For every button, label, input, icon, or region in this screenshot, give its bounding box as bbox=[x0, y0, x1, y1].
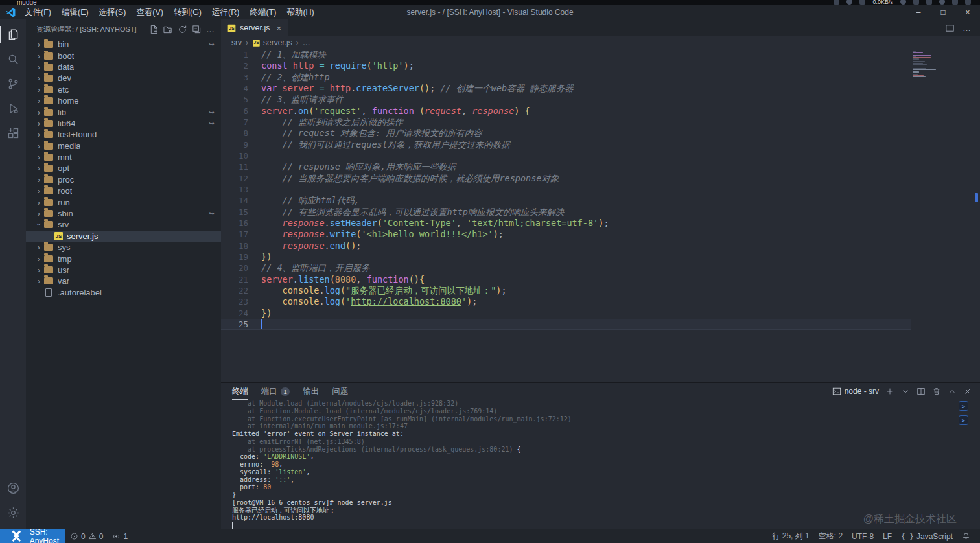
tree-item-folder[interactable]: srv bbox=[26, 219, 221, 230]
extensions-activity-button[interactable] bbox=[0, 121, 26, 145]
tree-item-file[interactable]: server.js bbox=[26, 231, 221, 242]
more-actions-icon[interactable] bbox=[962, 22, 971, 34]
code-line[interactable]: 25 bbox=[221, 319, 911, 330]
tab-close-icon[interactable]: × bbox=[277, 23, 282, 33]
minimize-button[interactable]: – bbox=[906, 5, 931, 19]
code-line[interactable]: 24}) bbox=[221, 308, 911, 319]
rerun-command-icon[interactable] bbox=[959, 415, 968, 425]
tree-item-folder[interactable]: etc bbox=[26, 84, 221, 95]
code-line[interactable]: 6server.on('request', function (request,… bbox=[221, 106, 911, 117]
code-line[interactable]: 4var server = http.createServer(); // 创建… bbox=[221, 83, 911, 94]
eol-sequence[interactable]: LF bbox=[878, 532, 896, 541]
panel-tab[interactable]: 输出 bbox=[303, 383, 319, 400]
menu-item[interactable]: 转到(G) bbox=[169, 8, 207, 17]
code-line[interactable]: 2const http = require('http'); bbox=[221, 60, 911, 71]
code-line[interactable]: 1// 1、加载模块 bbox=[221, 49, 911, 60]
tree-item-folder[interactable]: bin↪ bbox=[26, 39, 221, 50]
tree-item-folder[interactable]: opt bbox=[26, 163, 221, 174]
code-line[interactable]: 11 // response 响应对象,用来响应一些数据 bbox=[221, 161, 911, 172]
trash-icon[interactable] bbox=[932, 387, 941, 396]
tree-item-folder[interactable]: lost+found bbox=[26, 129, 221, 140]
minimap[interactable] bbox=[913, 51, 954, 81]
ports-indicator[interactable]: 1 bbox=[108, 529, 132, 543]
code-line[interactable]: 3// 2、创建http bbox=[221, 72, 911, 83]
new-terminal-icon[interactable] bbox=[885, 387, 894, 396]
code-editor[interactable]: 1// 1、加载模块2const http = require('http');… bbox=[221, 49, 980, 382]
tree-item-folder[interactable]: sbin↪ bbox=[26, 208, 221, 219]
code-line[interactable]: 18 response.end(); bbox=[221, 240, 911, 251]
close-button[interactable]: × bbox=[955, 5, 980, 19]
menu-item[interactable]: 文件(F) bbox=[19, 8, 56, 17]
refresh-icon[interactable] bbox=[178, 25, 187, 34]
maximize-button[interactable]: □ bbox=[931, 5, 955, 19]
tree-item-folder[interactable]: data bbox=[26, 62, 221, 73]
panel-tab[interactable]: 端口1 bbox=[261, 383, 290, 400]
settings-button[interactable] bbox=[0, 500, 26, 525]
tree-item-folder[interactable]: media bbox=[26, 141, 221, 152]
cursor-position[interactable]: 行 25, 列 1 bbox=[767, 531, 813, 542]
notifications-bell[interactable] bbox=[957, 532, 975, 540]
code-line[interactable]: 17 response.write('<h1>hello world!!!</h… bbox=[221, 229, 911, 240]
tree-item-file[interactable]: .autorelabel bbox=[26, 287, 221, 298]
breadcrumb-item[interactable]: … bbox=[303, 38, 310, 47]
indentation[interactable]: 空格: 2 bbox=[814, 531, 847, 542]
code-line[interactable]: 13 bbox=[221, 184, 911, 195]
explorer-activity-button[interactable] bbox=[0, 22, 26, 47]
code-line[interactable]: 22 console.log("服务器已经启动，可访问以下地址："); bbox=[221, 285, 911, 296]
tree-item-folder[interactable]: var bbox=[26, 275, 221, 286]
code-line[interactable]: 15 // 有些浏览器会显示乱码，可以通过设置http响应报文的响应头来解决 bbox=[221, 207, 911, 218]
terminal-profile-select[interactable]: node - srv bbox=[832, 387, 879, 396]
menu-item[interactable]: 编辑(E) bbox=[56, 8, 94, 17]
terminal[interactable]: at Module.load (internal/modules/cjs/loa… bbox=[221, 400, 980, 529]
code-line[interactable]: 9 // 我们可以通过request对象，获取用户提交过来的数据 bbox=[221, 139, 911, 150]
new-file-icon[interactable] bbox=[149, 25, 159, 34]
tree-item-folder[interactable]: home bbox=[26, 95, 221, 106]
tree-item-folder[interactable]: run bbox=[26, 196, 221, 207]
encoding[interactable]: UTF-8 bbox=[847, 532, 878, 541]
code-line[interactable]: 8 // request 对象包含: 用户请求报文的所有内容 bbox=[221, 128, 911, 139]
panel-tab[interactable]: 终端 bbox=[232, 383, 248, 400]
language-mode[interactable]: { } JavaScript bbox=[896, 532, 957, 541]
code-line[interactable]: 16 response.setHeader('Content-Type', 't… bbox=[221, 218, 911, 229]
menu-item[interactable]: 查看(V) bbox=[131, 8, 169, 17]
chevron-up-icon[interactable] bbox=[948, 387, 957, 396]
tree-item-folder[interactable]: boot bbox=[26, 50, 221, 61]
problems-indicator[interactable]: 0 0 bbox=[65, 529, 108, 543]
rerun-command-icon[interactable] bbox=[959, 401, 968, 411]
menu-item[interactable]: 运行(R) bbox=[207, 8, 244, 17]
code-line[interactable]: 10 bbox=[221, 150, 911, 161]
search-activity-button[interactable] bbox=[0, 47, 26, 71]
breadcrumb-item[interactable]: server.js bbox=[263, 38, 292, 47]
run-debug-activity-button[interactable] bbox=[0, 96, 26, 121]
breadcrumb-item[interactable]: srv bbox=[231, 38, 242, 47]
tree-item-folder[interactable]: lib↪ bbox=[26, 106, 221, 117]
code-line[interactable]: 21server.listen(8080, function(){ bbox=[221, 274, 911, 285]
code-line[interactable]: 14 // 响应html代码, bbox=[221, 195, 911, 206]
tree-item-folder[interactable]: root bbox=[26, 185, 221, 196]
code-line[interactable]: 12 // 当服务器想要向客户端响应数据的时候，就必须使用response对象 bbox=[221, 173, 911, 184]
close-panel-icon[interactable] bbox=[963, 387, 972, 396]
account-button[interactable] bbox=[0, 476, 26, 500]
tree-item-folder[interactable]: lib64↪ bbox=[26, 118, 221, 129]
split-editor-icon[interactable] bbox=[945, 23, 955, 33]
tree-item-folder[interactable]: usr bbox=[26, 264, 221, 275]
panel-tab[interactable]: 问题 bbox=[332, 383, 348, 400]
tree-item-folder[interactable]: tmp bbox=[26, 253, 221, 264]
remote-indicator[interactable]: SSH: AnyHost bbox=[0, 529, 65, 543]
menu-item[interactable]: 帮助(H) bbox=[281, 8, 319, 17]
new-folder-icon[interactable] bbox=[163, 25, 173, 34]
code-line[interactable]: 5// 3、监听请求事件 bbox=[221, 94, 911, 105]
tab-server-js[interactable]: server.js × bbox=[221, 19, 288, 36]
tree-item-folder[interactable]: mnt bbox=[26, 152, 221, 163]
more-actions-icon[interactable] bbox=[206, 25, 215, 34]
menu-item[interactable]: 终端(T) bbox=[244, 8, 281, 17]
source-control-activity-button[interactable] bbox=[0, 71, 26, 96]
code-line[interactable]: 20// 4、监听端口，开启服务 bbox=[221, 262, 911, 273]
tree-item-folder[interactable]: dev bbox=[26, 73, 221, 84]
menu-item[interactable]: 选择(S) bbox=[94, 8, 132, 17]
code-line[interactable]: 19}) bbox=[221, 251, 911, 262]
code-line[interactable]: 7 // 监听到请求之后所做的操作 bbox=[221, 117, 911, 128]
tree-item-folder[interactable]: proc bbox=[26, 174, 221, 185]
split-terminal-icon[interactable] bbox=[916, 387, 926, 396]
collapse-all-icon[interactable] bbox=[192, 25, 202, 34]
